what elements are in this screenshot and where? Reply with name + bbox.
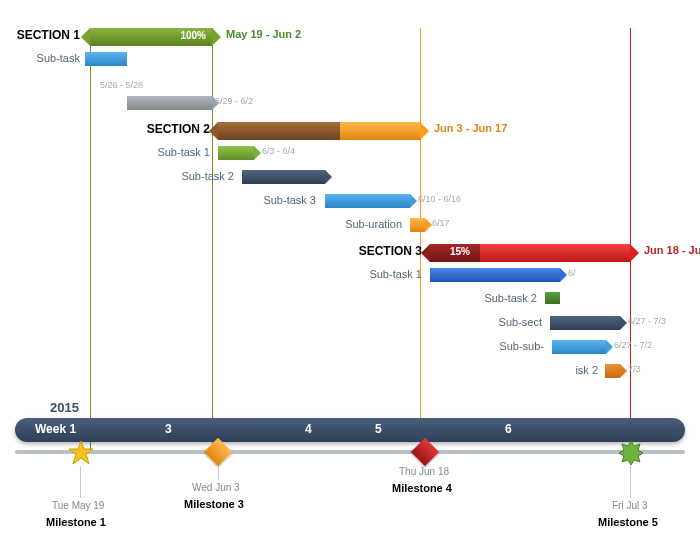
s2-task2-bar xyxy=(242,170,325,184)
section1-range: May 19 - Jun 2 xyxy=(226,28,301,40)
s3-task5-bar xyxy=(605,364,620,378)
s2-task3-date: 6/10 - 6/16 xyxy=(418,194,461,204)
s3-task3-date: 6/27 - 7/3 xyxy=(628,316,666,326)
s1-task3-date: 5/29 - 6/2 xyxy=(215,96,253,106)
svg-marker-1 xyxy=(619,441,643,465)
s2-task4-date: 6/17 xyxy=(432,218,450,228)
section1-title: SECTION 1 xyxy=(17,28,80,42)
s2-task1-date: 6/3 - 6/4 xyxy=(262,146,295,156)
s1-task2-label: 5/26 - 5/28 xyxy=(100,80,143,90)
ms1-line xyxy=(80,466,81,498)
s2-task3-bar xyxy=(325,194,410,208)
section3-bar: 15% xyxy=(430,244,630,262)
s3-task5-label: isk 2 xyxy=(575,364,598,376)
ms3-date: Wed Jun 3 xyxy=(192,482,240,493)
s3-task1-date: 6/ xyxy=(568,268,576,278)
section3-title: SECTION 3 xyxy=(359,244,422,258)
milestone3-diamond-icon xyxy=(204,438,232,466)
s3-task3-label: Sub-sect xyxy=(499,316,542,328)
s3-task2-bar xyxy=(545,292,560,304)
s1-task2-bar xyxy=(127,96,155,110)
ms4-name: Milestone 4 xyxy=(392,482,452,494)
section1-pct: 100% xyxy=(180,30,206,41)
s3-task5-date: 7/3 xyxy=(628,364,641,374)
svg-marker-0 xyxy=(69,441,93,464)
s1-task1-bar xyxy=(85,52,127,66)
ms3-line xyxy=(218,466,219,480)
milestone5-burst-icon xyxy=(618,440,644,466)
s1-task1-label: Sub-task xyxy=(37,52,80,64)
gantt-chart: { "chart_data": { "type": "gantt", "year… xyxy=(0,0,700,557)
s3-task4-date: 6/27 - 7/2 xyxy=(614,340,652,350)
tl-6: 6 xyxy=(505,422,512,436)
section3-range: Jun 18 - Jul 3 xyxy=(644,244,700,256)
s3-task4-label: Sub-sub- xyxy=(499,340,544,352)
tl-3: 3 xyxy=(165,422,172,436)
ms5-date: Fri Jul 3 xyxy=(612,500,648,511)
s3-task1-bar xyxy=(430,268,560,282)
ms5-line xyxy=(630,466,631,498)
s2-task3-label: Sub-task 3 xyxy=(263,194,316,206)
s2-task1-label: Sub-task 1 xyxy=(157,146,210,158)
timeline-bar: Week 1 3 4 5 6 xyxy=(15,418,685,442)
s2-task2-label: Sub-task 2 xyxy=(181,170,234,182)
ms3-name: Milestone 3 xyxy=(184,498,244,510)
tl-4: 4 xyxy=(305,422,312,436)
milestone4-diamond-icon xyxy=(411,438,439,466)
s2-task4-bar xyxy=(410,218,425,232)
tl-5: 5 xyxy=(375,422,382,436)
section2-title: SECTION 2 xyxy=(147,122,210,136)
timeline-thin xyxy=(15,450,685,454)
section2-range: Jun 3 - Jun 17 xyxy=(434,122,507,134)
ms4-date: Thu Jun 18 xyxy=(399,466,449,477)
section2-bar xyxy=(218,122,420,140)
s2-task1-bar xyxy=(218,146,254,160)
ms1-date: Tue May 19 xyxy=(52,500,104,511)
milestone1-star-icon xyxy=(68,440,94,466)
s3-task3-bar xyxy=(550,316,620,330)
s3-task2-label: Sub-task 2 xyxy=(484,292,537,304)
ms5-name: Milestone 5 xyxy=(598,516,658,528)
section3-pct: 15% xyxy=(450,246,470,257)
s3-task4-bar xyxy=(552,340,606,354)
section1-bar: 100% xyxy=(90,28,212,46)
s3-task1-label: Sub-task 1 xyxy=(369,268,422,280)
s1-task3-bar xyxy=(155,96,212,110)
ms1-name: Milestone 1 xyxy=(46,516,106,528)
year-label: 2015 xyxy=(50,400,79,415)
tl-week1: Week 1 xyxy=(35,422,76,436)
s2-task4-label: Sub-uration xyxy=(345,218,402,230)
